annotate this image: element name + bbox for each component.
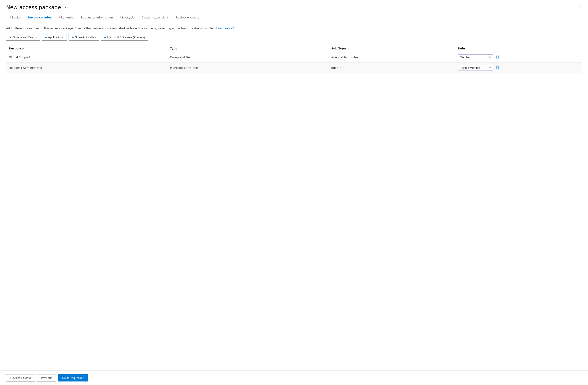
resource-subtype-cell: Built-In — [329, 63, 455, 73]
tab-review-create[interactable]: Review + create — [172, 14, 203, 21]
tab-custom-extensions[interactable]: Custom extensions — [138, 14, 172, 21]
description-text: Add different resources to this access p… — [6, 26, 582, 31]
plus-icon: + — [72, 36, 74, 39]
tab-requests[interactable]: Requests — [55, 14, 77, 21]
column-header-resource: Resource — [6, 45, 168, 52]
dialog-footer: Review + create Previous Next: Requests … — [0, 370, 588, 385]
resource-name-cell: Global Support — [6, 52, 168, 63]
resource-type-buttons: + Groups and Teams + Applications + Shar… — [6, 34, 582, 41]
role-select[interactable]: Member Owner — [458, 54, 493, 60]
add-sharepoint-sites-button[interactable]: + SharePoint sites — [68, 34, 99, 41]
tabs-navigation: Basics Resource roles Requests Requestor… — [0, 11, 588, 21]
role-select-wrapper: Eligible Member Active Member — [458, 65, 579, 71]
add-applications-button[interactable]: + Applications — [42, 34, 67, 41]
resource-table: Resource Type Sub Type Role Global Suppo… — [6, 45, 582, 73]
review-create-button[interactable]: Review + create — [6, 374, 35, 382]
plus-icon: + — [9, 36, 11, 39]
dialog-title-area: New access package ··· — [6, 4, 68, 11]
resource-role-cell: Member Owner — [455, 52, 582, 63]
add-groups-teams-button[interactable]: + Groups and Teams — [6, 34, 40, 41]
dialog-header: New access package ··· × — [0, 0, 588, 11]
tab-lifecycle[interactable]: Lifecycle — [116, 14, 138, 21]
role-select[interactable]: Eligible Member Active Member — [458, 65, 493, 71]
column-header-subtype: Sub Type — [329, 45, 455, 52]
role-select-wrapper: Member Owner — [458, 54, 579, 60]
resource-type-cell: Group and Team — [168, 52, 329, 63]
external-link-icon: ↗ — [233, 26, 235, 29]
learn-more-link[interactable]: Learn more↗ — [216, 27, 234, 30]
resource-subtype-cell: Assignable to roles — [329, 52, 455, 63]
close-button[interactable]: × — [576, 5, 582, 10]
trash-icon — [496, 65, 499, 69]
dialog-title: New access package — [6, 4, 61, 11]
next-requests-button[interactable]: Next: Requests > — [58, 374, 88, 382]
tab-requestor-information[interactable]: Requestor information — [77, 14, 116, 21]
trash-icon — [496, 55, 499, 59]
delete-row-button[interactable] — [495, 54, 500, 60]
resource-type-cell: Microsoft Entra role — [168, 63, 329, 73]
new-access-package-dialog: New access package ··· × Basics Resource… — [0, 0, 588, 385]
more-options-icon[interactable]: ··· — [63, 5, 68, 10]
plus-icon: + — [104, 36, 106, 39]
resource-role-cell: Eligible Member Active Member — [455, 63, 582, 73]
table-row: Global Support Group and Team Assignable… — [6, 52, 582, 63]
column-header-type: Type — [168, 45, 329, 52]
table-row: Helpdesk Administrator Microsoft Entra r… — [6, 63, 582, 73]
add-microsoft-entra-role-button[interactable]: + Microsoft Entra role (Preview) — [101, 34, 148, 41]
resource-name-cell: Helpdesk Administrator — [6, 63, 168, 73]
column-header-role: Role — [455, 45, 582, 52]
plus-icon: + — [45, 36, 47, 39]
delete-row-button[interactable] — [495, 65, 500, 70]
tab-resource-roles[interactable]: Resource roles — [24, 14, 55, 21]
tab-basics[interactable]: Basics — [6, 14, 24, 21]
dialog-body: Add different resources to this access p… — [0, 21, 588, 370]
previous-button[interactable]: Previous — [37, 374, 57, 382]
